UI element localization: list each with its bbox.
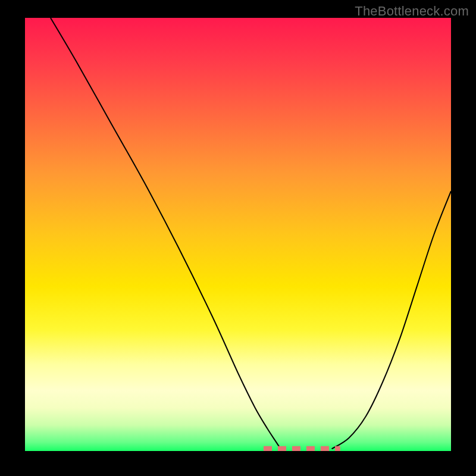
curve-overlay xyxy=(25,18,451,451)
watermark-label: TheBottleneck.com xyxy=(355,4,469,19)
left-curve xyxy=(51,18,281,449)
plot-area xyxy=(25,18,451,451)
right-curve xyxy=(332,191,451,449)
